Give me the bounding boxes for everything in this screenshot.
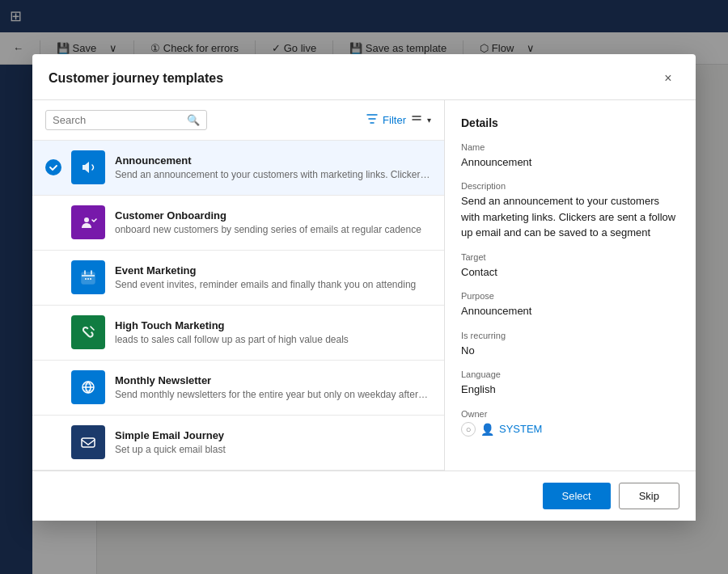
check-empty-event bbox=[45, 269, 61, 285]
filter-icon bbox=[366, 113, 378, 127]
check-empty-hightouch bbox=[45, 324, 61, 340]
search-input[interactable] bbox=[53, 114, 182, 126]
check-empty-newsletter bbox=[45, 379, 61, 395]
announcement-info: Announcement Send an announcement to you… bbox=[115, 154, 431, 180]
monthly-newsletter-desc: Send monthly newsletters for the entire … bbox=[115, 389, 431, 400]
filter-button[interactable]: Filter ▾ bbox=[366, 113, 431, 127]
detail-description-label: Description bbox=[461, 181, 679, 191]
filter-chevron-icon: ▾ bbox=[427, 116, 431, 125]
simple-email-info: Simple Email Journey Set up a quick emai… bbox=[115, 429, 431, 455]
owner-person-icon: 👤 bbox=[480, 423, 494, 436]
detail-target-field: Target Contact bbox=[461, 252, 679, 281]
template-item-event-marketing[interactable]: Event Marketing Send event invites, remi… bbox=[32, 251, 444, 306]
customer-onboarding-name: Customer Onboarding bbox=[115, 209, 431, 222]
owner-link[interactable]: SYSTEM bbox=[499, 423, 542, 435]
event-marketing-info: Event Marketing Send event invites, remi… bbox=[115, 264, 431, 290]
modal-dialog: Customer journey templates × 🔍 bbox=[32, 54, 696, 521]
owner-avatar-icon: ○ bbox=[461, 422, 476, 437]
selected-check-announcement bbox=[45, 159, 61, 175]
customer-onboarding-info: Customer Onboarding onboard new customer… bbox=[115, 209, 431, 235]
filter-menu-icon bbox=[411, 113, 422, 127]
select-button[interactable]: Select bbox=[543, 483, 611, 509]
search-bar: 🔍 Filter bbox=[32, 100, 444, 141]
high-touch-icon bbox=[71, 315, 105, 349]
high-touch-desc: leads to sales call follow up as part of… bbox=[115, 334, 431, 345]
detail-recurring-value: No bbox=[461, 343, 679, 359]
detail-description-field: Description Send an announcement to your… bbox=[461, 181, 679, 241]
svg-point-4 bbox=[90, 278, 91, 280]
monthly-newsletter-icon bbox=[71, 370, 105, 404]
simple-email-icon bbox=[71, 425, 105, 459]
template-item-high-touch[interactable]: High Touch Marketing leads to sales call… bbox=[32, 306, 444, 361]
high-touch-name: High Touch Marketing bbox=[115, 319, 431, 331]
template-list: Announcement Send an announcement to you… bbox=[32, 141, 444, 471]
details-panel: Details Name Announcement Description Se… bbox=[445, 100, 696, 471]
detail-name-field: Name Announcement bbox=[461, 142, 679, 171]
owner-row: ○ 👤 SYSTEM bbox=[461, 422, 679, 437]
detail-target-label: Target bbox=[461, 252, 679, 262]
svg-point-3 bbox=[87, 278, 89, 280]
detail-name-value: Announcement bbox=[461, 154, 679, 171]
svg-rect-5 bbox=[82, 438, 95, 447]
announcement-desc: Send an announcement to your customers w… bbox=[115, 169, 431, 180]
detail-owner-label: Owner bbox=[461, 409, 679, 419]
detail-language-field: Language English bbox=[461, 369, 679, 398]
customer-onboarding-icon bbox=[71, 205, 105, 239]
detail-target-value: Contact bbox=[461, 264, 679, 281]
detail-name-label: Name bbox=[461, 142, 679, 152]
detail-purpose-field: Purpose Announcement bbox=[461, 291, 679, 319]
modal-header: Customer journey templates × bbox=[32, 54, 696, 100]
check-empty-onboarding bbox=[45, 214, 61, 230]
close-button[interactable]: × bbox=[657, 67, 679, 90]
detail-purpose-label: Purpose bbox=[461, 291, 679, 301]
simple-email-name: Simple Email Journey bbox=[115, 429, 431, 441]
modal-body: 🔍 Filter bbox=[32, 100, 696, 471]
detail-description-value: Send an announcement to your customers w… bbox=[461, 193, 679, 241]
detail-recurring-label: Is recurring bbox=[461, 331, 679, 340]
detail-language-value: English bbox=[461, 382, 679, 398]
svg-point-2 bbox=[85, 278, 87, 280]
filter-label: Filter bbox=[383, 114, 406, 126]
monthly-newsletter-name: Monthly Newsletter bbox=[115, 374, 431, 386]
modal-overlay: Customer journey templates × 🔍 bbox=[0, 0, 728, 574]
detail-recurring-field: Is recurring No bbox=[461, 331, 679, 359]
skip-button[interactable]: Skip bbox=[619, 483, 679, 509]
detail-owner-field: Owner ○ 👤 SYSTEM bbox=[461, 409, 679, 437]
svg-point-0 bbox=[84, 217, 89, 222]
detail-purpose-value: Announcement bbox=[461, 303, 679, 319]
template-item-simple-email[interactable]: Simple Email Journey Set up a quick emai… bbox=[32, 416, 444, 471]
simple-email-desc: Set up a quick email blast bbox=[115, 444, 431, 455]
modal-footer: Select Skip bbox=[32, 471, 696, 521]
high-touch-info: High Touch Marketing leads to sales call… bbox=[115, 319, 431, 345]
details-title: Details bbox=[461, 116, 679, 129]
detail-language-label: Language bbox=[461, 369, 679, 379]
customer-onboarding-desc: onboard new customers by sending series … bbox=[115, 224, 431, 235]
template-item-customer-onboarding[interactable]: Customer Onboarding onboard new customer… bbox=[32, 196, 444, 251]
check-empty-email bbox=[45, 434, 61, 450]
search-icon: 🔍 bbox=[187, 114, 200, 126]
search-input-wrap[interactable]: 🔍 bbox=[45, 110, 207, 130]
template-list-panel: 🔍 Filter bbox=[32, 100, 445, 471]
event-marketing-name: Event Marketing bbox=[115, 264, 431, 276]
announcement-name: Announcement bbox=[115, 154, 431, 167]
event-marketing-desc: Send event invites, reminder emails and … bbox=[115, 279, 431, 290]
event-marketing-icon bbox=[71, 260, 105, 294]
monthly-newsletter-info: Monthly Newsletter Send monthly newslett… bbox=[115, 374, 431, 400]
announcement-icon bbox=[71, 150, 105, 184]
template-item-announcement[interactable]: Announcement Send an announcement to you… bbox=[32, 141, 444, 196]
modal-title: Customer journey templates bbox=[49, 71, 223, 86]
template-item-monthly-newsletter[interactable]: Monthly Newsletter Send monthly newslett… bbox=[32, 361, 444, 416]
